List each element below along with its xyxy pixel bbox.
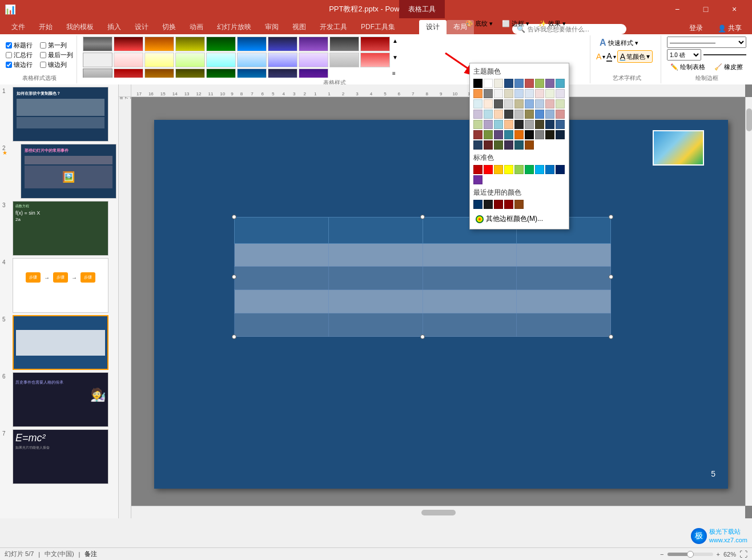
color-cell[interactable] [535,165,544,174]
right-scrollbar[interactable] [745,97,752,506]
color-cell[interactable] [545,165,554,174]
color-cell[interactable] [545,89,554,98]
color-cell[interactable] [484,130,493,139]
color-cell[interactable] [556,120,565,129]
color-cell[interactable] [535,130,544,139]
table-style-2[interactable] [114,37,143,51]
table-style-25[interactable] [206,69,236,78]
zoom-out-button[interactable]: − [660,551,663,558]
color-cell[interactable] [473,120,482,129]
color-cell[interactable] [504,130,513,139]
last-col-checkbox[interactable]: 最后一列 [40,51,73,59]
color-cell[interactable] [525,140,534,150]
handle-ml[interactable] [232,275,236,279]
notes-button[interactable]: 备注 [85,550,97,558]
color-cell[interactable] [473,200,482,209]
color-cell[interactable] [473,130,482,139]
more-colors-button[interactable]: 其他边框颜色(M)... [473,212,565,225]
color-cell[interactable] [494,120,503,129]
color-cell[interactable] [504,200,513,209]
tab-pdftools[interactable]: PDF工具集 [354,20,402,34]
table-style-3[interactable] [144,37,174,51]
color-cell[interactable] [504,79,513,88]
zoom-in-button[interactable]: + [717,551,720,558]
color-cell[interactable] [525,99,534,108]
table-style-13[interactable] [144,53,174,67]
slide-thumb-1[interactable]: 1 如何在形状中复制颜色？ [2,87,116,142]
tab-home[interactable]: 开始 [32,20,59,34]
login-button[interactable]: 登录 [683,22,709,34]
tab-template[interactable]: 我的模板 [59,20,100,34]
handle-bc[interactable] [420,335,425,339]
color-cell[interactable] [545,130,554,139]
tab-tabledesign[interactable]: 设计 [419,20,447,34]
fill-dropdown[interactable]: ▾ [602,54,605,60]
table-style-7[interactable] [268,37,297,51]
tab-file[interactable]: 文件 [5,20,32,34]
color-cell[interactable] [525,120,534,129]
color-cell[interactable] [514,120,524,129]
color-cell[interactable] [473,175,482,184]
pen-color-button[interactable]: A 笔颜色 ▾ [617,50,653,63]
handle-mr[interactable] [609,275,613,279]
restore-button[interactable]: □ [693,0,719,18]
color-cell[interactable] [484,120,493,129]
table-style-11[interactable] [83,53,112,67]
color-cell[interactable] [504,165,513,174]
color-cell[interactable] [556,89,565,98]
color-cell[interactable] [484,89,493,98]
table-style-12[interactable] [114,53,143,67]
fit-button[interactable]: ⛶ [739,550,747,559]
table-style-20[interactable] [360,53,390,67]
color-cell[interactable] [494,130,503,139]
color-cell[interactable] [504,120,513,129]
tab-review[interactable]: 审阅 [258,20,285,34]
table-style-24[interactable] [175,69,205,78]
color-cell[interactable] [545,79,554,88]
color-cell[interactable] [514,110,524,119]
color-cell[interactable] [504,99,513,108]
table-style-9[interactable] [329,37,359,51]
color-cell[interactable] [473,140,482,150]
outline-dropdown[interactable]: ▾ [613,54,616,60]
color-cell[interactable] [484,140,493,150]
table-style-21[interactable] [83,69,112,78]
slide-thumb-4[interactable]: 4 步骤 → 步骤 → 步骤 [2,258,116,313]
color-cell[interactable] [514,89,524,98]
table-style-22[interactable] [114,69,143,78]
table-style-8[interactable] [299,37,328,51]
color-cell[interactable] [545,110,554,119]
tab-transition[interactable]: 切换 [155,20,183,34]
table-style-14[interactable] [175,53,205,67]
color-cell[interactable] [556,110,565,119]
slide-thumb-6[interactable]: 6 历史事件也需要人格的传承 🧑‍🔬 [2,372,116,427]
border-style-select[interactable]: ———————— - - - - - - · · · · · · [667,37,746,48]
color-cell[interactable] [525,130,534,139]
quick-style-button[interactable]: A 快速样式 ▾ [596,37,642,49]
handle-tl[interactable] [232,215,236,219]
color-cell[interactable] [514,140,524,150]
color-cell[interactable] [484,79,493,88]
share-button[interactable]: 👤 共享 [712,22,747,34]
table-style-16[interactable] [237,53,267,67]
color-cell[interactable] [473,165,482,174]
table-style-19[interactable] [329,53,359,67]
table-style-15[interactable] [206,53,236,67]
color-cell[interactable] [473,99,482,108]
color-cell[interactable] [484,165,493,174]
color-cell[interactable] [535,79,544,88]
color-cell[interactable] [494,200,503,209]
minimize-button[interactable]: − [664,0,690,18]
color-cell[interactable] [504,110,513,119]
zoom-slider[interactable] [667,553,713,556]
color-cell[interactable] [525,110,534,119]
color-cell[interactable] [484,200,493,209]
table-style-27[interactable] [268,69,297,78]
eraser-button[interactable]: 🧹 橡皮擦 [711,62,746,72]
tab-design[interactable]: 设计 [128,20,155,34]
color-cell[interactable] [494,140,503,150]
tab-view[interactable]: 视图 [285,20,313,34]
color-cell[interactable] [514,99,524,108]
color-cell[interactable] [514,130,524,139]
color-cell[interactable] [473,110,482,119]
